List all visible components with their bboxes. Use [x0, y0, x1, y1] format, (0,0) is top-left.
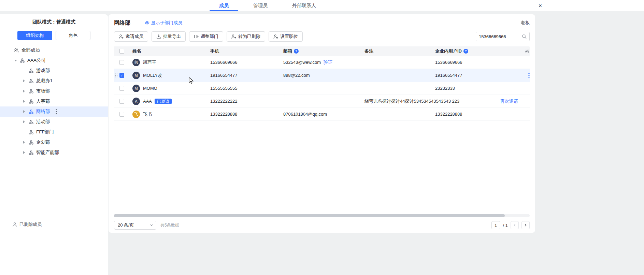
- next-page-button[interactable]: [521, 221, 530, 229]
- member-name: 凯西王: [143, 59, 156, 66]
- search-input[interactable]: [479, 34, 520, 39]
- member-remark: 绕弯儿爸探讨探讨44探讨534534543543543 223: [364, 98, 435, 104]
- page-title: 网络部: [114, 19, 130, 27]
- tree-item[interactable]: 人事部: [0, 96, 108, 106]
- tree-item-label: FFF部门: [36, 129, 54, 135]
- chevron-right-icon: [524, 223, 527, 227]
- tree-item-label: 网络部: [36, 108, 50, 115]
- more-icon[interactable]: [56, 109, 57, 114]
- row-checkbox[interactable]: [119, 60, 124, 65]
- tab-members[interactable]: 成员: [217, 0, 231, 11]
- search-icon[interactable]: [522, 34, 527, 39]
- help-icon[interactable]: ?: [294, 49, 299, 54]
- sidebar: 团队模式：普通模式 组织架构 角色 全部成员: [0, 14, 108, 275]
- help-icon[interactable]: ?: [463, 49, 468, 54]
- sidebar-item-deleted-members[interactable]: 已删除成员: [0, 220, 108, 229]
- caret-right-icon[interactable]: [23, 88, 29, 94]
- table-header-row: 姓名 手机 邮箱 ? 备注 企业内用户ID ?: [114, 46, 530, 56]
- tab-admins[interactable]: 管理员: [251, 0, 270, 11]
- chevron-left-icon: [513, 223, 516, 227]
- row-checkbox[interactable]: [119, 86, 124, 91]
- member-id: 15366669666: [435, 60, 530, 65]
- avatar: M: [132, 85, 140, 92]
- avatar: 凯: [132, 59, 140, 66]
- tree-item-selected[interactable]: 网络部: [0, 106, 108, 117]
- caret-right-icon[interactable]: [23, 109, 29, 114]
- page-number-box[interactable]: 1: [491, 221, 500, 229]
- eye-icon: [145, 20, 149, 25]
- prev-page-button[interactable]: [511, 221, 519, 229]
- adjust-department-button[interactable]: 调整部门: [189, 31, 223, 42]
- close-icon[interactable]: ×: [535, 0, 545, 11]
- pagination: 1 / 1: [491, 221, 530, 229]
- reinvite-link[interactable]: 再次邀请: [500, 98, 518, 104]
- main-header: 网络部 显示子部门成员 老板: [109, 14, 535, 27]
- table-row[interactable]: M MOMO 15555555555 23232333: [114, 82, 530, 95]
- row-more-icon[interactable]: [528, 73, 530, 79]
- column-remark: 备注: [364, 48, 435, 54]
- set-position-label: 设置职位: [280, 33, 298, 40]
- tree-item[interactable]: 市场部: [0, 86, 108, 96]
- scrollbar-thumb[interactable]: [114, 214, 505, 217]
- table-row[interactable]: M MOLLY改 19166554477 888@22.com 19166554…: [114, 69, 530, 82]
- tab-external-contacts[interactable]: 外部联系人: [290, 0, 318, 11]
- table-row[interactable]: A AAA 已邀请 13222222222 绕弯儿爸探讨探讨44探讨534534…: [114, 95, 530, 108]
- caret-right-icon[interactable]: [23, 78, 29, 84]
- toolbar: 邀请成员 批量导出 调整部门 转为已删除: [109, 27, 535, 42]
- verify-link[interactable]: 验证: [324, 59, 332, 66]
- tree-item-label: 全部成员: [22, 47, 40, 53]
- tree-item[interactable]: 企划部: [0, 137, 108, 147]
- tree-item-label: 智能产能部: [36, 149, 59, 156]
- person-add-icon: [119, 34, 124, 39]
- deleted-members-label: 已删除成员: [19, 221, 42, 228]
- table-row[interactable]: 飞 飞书 13322228888 8706101804@qq.com 13322…: [114, 108, 530, 121]
- column-name: 姓名: [132, 48, 141, 54]
- set-position-button[interactable]: 设置职位: [269, 31, 303, 42]
- caret-right-icon[interactable]: [23, 99, 29, 104]
- tree-item[interactable]: 活动部: [0, 117, 108, 127]
- column-settings-icon[interactable]: [525, 49, 530, 54]
- caret-down-icon[interactable]: [14, 58, 20, 63]
- org-structure-button[interactable]: 组织架构: [17, 31, 52, 40]
- row-checkbox[interactable]: [119, 73, 124, 78]
- row-checkbox[interactable]: [119, 112, 124, 117]
- tab-group: 成员 管理员 外部联系人: [0, 0, 535, 11]
- select-all-checkbox[interactable]: [119, 49, 124, 54]
- role-button[interactable]: 角色: [56, 31, 90, 40]
- tree-item-label: 企划部: [36, 139, 50, 145]
- caret-placeholder: [23, 68, 29, 73]
- horizontal-scrollbar[interactable]: [114, 214, 530, 217]
- tree-item-company[interactable]: AAA公司: [0, 55, 108, 66]
- tree-item-label: AAA公司: [27, 57, 46, 63]
- column-user-id: 企业内用户ID: [435, 48, 462, 54]
- invited-badge: 已邀请: [155, 99, 172, 104]
- transfer-icon: [194, 34, 199, 39]
- page-size-select[interactable]: 20 条/页: [114, 221, 156, 230]
- caret-right-icon[interactable]: [23, 150, 29, 155]
- table-row[interactable]: 凯 凯西王 15366669666 532543@wew.com 验证 1536…: [114, 56, 530, 69]
- tree-item[interactable]: 智能产能部: [0, 147, 108, 158]
- invite-member-button[interactable]: 邀请成员: [114, 31, 148, 42]
- sidebar-item-all-members[interactable]: 全部成员: [0, 45, 108, 55]
- top-tab-bar: 成员 管理员 外部联系人 ×: [0, 0, 644, 11]
- person-icon: [12, 222, 17, 227]
- caret-right-icon[interactable]: [23, 140, 29, 145]
- invite-member-label: 邀请成员: [126, 33, 143, 40]
- chevron-down-icon: [150, 223, 153, 227]
- row-checkbox[interactable]: [119, 99, 124, 104]
- sidebar-toggle-group: 组织架构 角色: [0, 31, 108, 40]
- drag-handle-icon[interactable]: [115, 73, 118, 79]
- department-icon: [29, 130, 33, 134]
- batch-export-button[interactable]: 批量导出: [152, 31, 186, 42]
- main-panel: 网络部 显示子部门成员 老板 邀请成员 批量导出: [109, 14, 535, 233]
- tree-item[interactable]: FFF部门: [0, 127, 108, 137]
- show-sub-department-link[interactable]: 显示子部门成员: [145, 20, 182, 26]
- column-email: 邮箱: [283, 48, 292, 54]
- caret-right-icon[interactable]: [23, 119, 29, 125]
- tree-item[interactable]: 总裁办1: [0, 76, 108, 86]
- page-size-value: 20 条/页: [118, 222, 134, 228]
- move-to-deleted-button[interactable]: 转为已删除: [227, 31, 265, 42]
- tree-item[interactable]: 游戏部: [0, 66, 108, 76]
- department-icon: [29, 79, 33, 83]
- total-count: 共5条数据: [160, 222, 179, 228]
